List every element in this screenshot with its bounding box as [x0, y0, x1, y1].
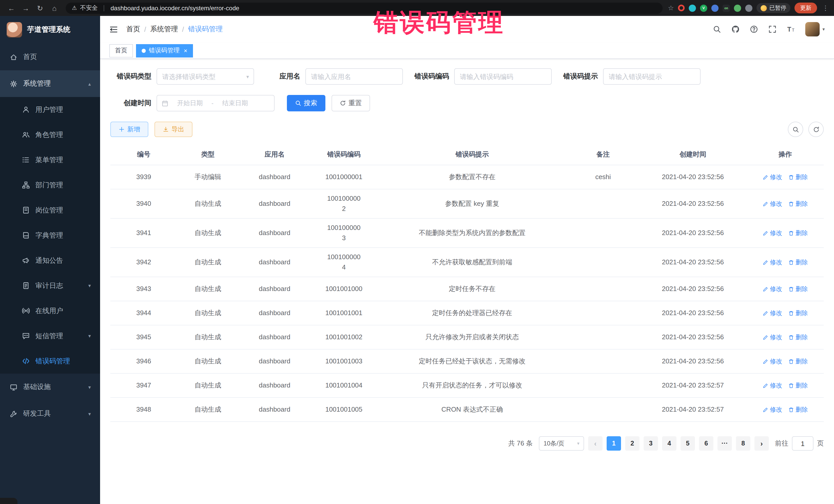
pagination-next-button[interactable]: › [754, 436, 769, 451]
extension-icon[interactable] [678, 5, 685, 11]
font-size-icon[interactable]: TT [787, 25, 795, 34]
page-size-select[interactable]: 10条/页 ▾ [539, 436, 584, 451]
error-code-type-select-input[interactable] [162, 73, 248, 80]
extension-icon[interactable] [745, 4, 752, 12]
delete-button[interactable]: 删除 [788, 380, 808, 391]
search-button[interactable]: 搜索 [287, 95, 325, 111]
delete-button[interactable]: 删除 [788, 308, 808, 318]
error-code-field[interactable] [454, 68, 552, 85]
toggle-search-button[interactable] [788, 122, 803, 137]
sidebar-item-infra[interactable]: 基础设施▾ [0, 374, 100, 400]
edit-button[interactable]: 修改 [763, 199, 782, 209]
app-name-field[interactable] [305, 68, 403, 85]
sidebar-item-home[interactable]: 首页 [0, 44, 100, 70]
extension-icon[interactable]: on [723, 4, 730, 12]
sidebar-item-system[interactable]: 系统管理▴ [0, 70, 100, 97]
help-icon[interactable] [750, 25, 758, 34]
breadcrumb-item[interactable]: 错误码管理 [188, 25, 223, 34]
refresh-table-button[interactable] [808, 122, 824, 137]
sidebar-item-dept[interactable]: 部门管理 [0, 172, 100, 198]
start-date-input[interactable] [171, 100, 209, 107]
sidebar-item-devtool[interactable]: 研发工具▾ [0, 400, 100, 427]
pagination-page-6[interactable]: 6 [699, 436, 714, 451]
github-icon[interactable] [731, 25, 740, 34]
end-date-input[interactable] [216, 100, 254, 107]
edit-button[interactable]: 修改 [763, 356, 782, 367]
error-code-input[interactable] [460, 73, 546, 80]
sidebar-toggle-icon[interactable] [109, 25, 118, 34]
sidebar-item-user[interactable]: 用户管理 [0, 97, 100, 122]
delete-button[interactable]: 删除 [788, 356, 808, 367]
extension-icon[interactable] [689, 4, 696, 12]
sidebar-item-menu[interactable]: 菜单管理 [0, 147, 100, 172]
edit-button[interactable]: 修改 [763, 308, 782, 318]
pagination-page-5[interactable]: 5 [681, 436, 695, 451]
pagination-page-1[interactable]: 1 [607, 436, 621, 451]
delete-button[interactable]: 删除 [788, 257, 808, 267]
sidebar-item-dict[interactable]: 字典管理 [0, 223, 100, 248]
cell-id: 3945 [110, 328, 177, 346]
edit-button[interactable]: 修改 [763, 257, 782, 267]
sidebar-item-sms[interactable]: 短信管理▾ [0, 323, 100, 349]
breadcrumb-item[interactable]: 首页 [126, 25, 140, 34]
user-menu[interactable]: ▾ [806, 22, 825, 37]
app-logo[interactable]: 芋道管理系统 [0, 16, 100, 44]
tab-home[interactable]: 首页 [109, 44, 133, 57]
fullscreen-icon[interactable] [769, 25, 777, 34]
edit-button[interactable]: 修改 [763, 404, 782, 415]
extension-icon[interactable]: V [700, 4, 707, 12]
goto-page-input[interactable] [792, 436, 813, 451]
browser-back-icon[interactable]: ← [5, 2, 18, 14]
reset-button[interactable]: 重置 [332, 95, 370, 111]
sidebar-item-notice[interactable]: 通知公告 [0, 248, 100, 273]
notice-icon [22, 257, 30, 264]
delete-button[interactable]: 删除 [788, 199, 808, 209]
pagination-more-button[interactable]: ··· [718, 436, 732, 451]
extension-icon[interactable] [711, 4, 719, 12]
edit-button[interactable]: 修改 [763, 332, 782, 342]
edit-button[interactable]: 修改 [763, 228, 782, 238]
cell-remark [567, 285, 639, 293]
pagination-page-2[interactable]: 2 [625, 436, 639, 451]
close-icon[interactable]: × [184, 47, 187, 54]
pagination-prev-button[interactable]: ‹ [588, 436, 602, 451]
pagination-page-8[interactable]: 8 [736, 436, 750, 451]
sidebar-item-online-user[interactable]: 在线用户 [0, 298, 100, 323]
delete-button[interactable]: 删除 [788, 284, 808, 294]
create-time-range-picker[interactable]: - [156, 95, 275, 111]
pagination-page-4[interactable]: 4 [662, 436, 676, 451]
browser-update-button[interactable]: 更新 [794, 3, 817, 13]
app-name-input[interactable] [311, 73, 397, 80]
edit-button[interactable]: 修改 [763, 380, 782, 391]
tab-error-code[interactable]: 错误码管理× [136, 44, 193, 57]
delete-button[interactable]: 删除 [788, 332, 808, 342]
delete-button[interactable]: 删除 [788, 228, 808, 238]
extension-icon[interactable] [734, 4, 741, 12]
add-button[interactable]: 新增 [110, 122, 148, 137]
sidebar-item-role[interactable]: 角色管理 [0, 122, 100, 147]
sidebar-item-post[interactable]: 岗位管理 [0, 198, 100, 223]
sidebar-item-error-code[interactable]: 错误码管理 [0, 349, 100, 374]
edit-button[interactable]: 修改 [763, 284, 782, 294]
bookmark-star-icon[interactable]: ☆ [668, 4, 674, 12]
error-code-type-select[interactable]: ▾ [156, 68, 254, 85]
sidebar: 芋道管理系统 首页系统管理▴用户管理角色管理菜单管理部门管理岗位管理字典管理通知… [0, 16, 100, 504]
export-button[interactable]: 导出 [154, 122, 193, 137]
error-hint-input[interactable] [609, 73, 695, 80]
browser-home-icon[interactable]: ⌂ [48, 2, 61, 14]
error-hint-field[interactable] [603, 68, 701, 85]
pagination-page-3[interactable]: 3 [643, 436, 658, 451]
paused-profile-chip[interactable]: 已暂停 [756, 3, 790, 13]
edit-button[interactable]: 修改 [763, 172, 782, 182]
browser-forward-icon[interactable]: → [20, 2, 32, 14]
browser-refresh-icon[interactable]: ↻ [34, 2, 46, 14]
header-search-icon[interactable] [713, 25, 721, 34]
browser-menu-icon[interactable]: ⋮ [822, 4, 829, 12]
sidebar-item-label: 错误码管理 [36, 356, 91, 366]
address-bar[interactable]: ⚠ 不安全 dashboard.yudao.iocoder.cn/system/… [66, 2, 663, 14]
sidebar-item-audit-log[interactable]: 审计日志▾ [0, 273, 100, 298]
chevron-down-icon: ▾ [577, 441, 579, 446]
breadcrumb-item[interactable]: 系统管理 [150, 25, 178, 34]
delete-button[interactable]: 删除 [788, 172, 808, 182]
delete-button[interactable]: 删除 [788, 404, 808, 415]
